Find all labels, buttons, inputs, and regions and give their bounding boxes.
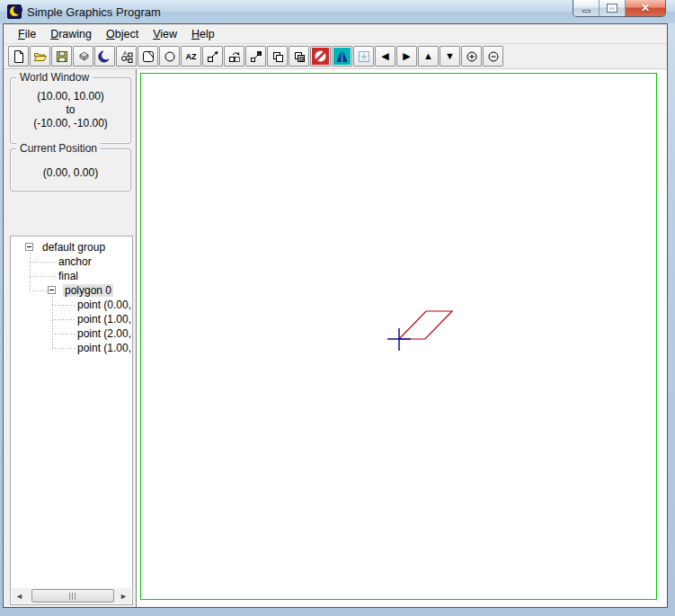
circle-icon [163,49,177,64]
delete-tool-button[interactable] [310,46,331,67]
scale-tool-button[interactable] [245,46,266,67]
tree-item-anchor[interactable]: anchor [57,255,93,268]
menu-object[interactable]: Object [99,26,146,42]
sidebar: World Window (10.00, 10.00) to (-10.00, … [4,69,137,607]
add-point-tool-button[interactable] [353,46,374,67]
scrollbar-grip-icon [69,593,76,600]
text-tool-icon: AZ [186,52,197,61]
current-position-value: (0.00, 0.00) [11,166,130,180]
scroll-left-arrow[interactable]: ◄ [12,588,27,603]
rotate-arrow-icon [227,49,242,64]
copy-tool-button[interactable] [267,46,288,67]
duplicate-squares-icon [292,49,306,64]
twin-triangles-icon [333,48,351,65]
tree-row[interactable]: polygon 0 [12,283,131,298]
object-tree: default group anchor final [10,236,133,605]
menu-drawing[interactable]: Drawing [43,26,99,42]
tree-row[interactable]: default group [12,240,131,254]
minimize-icon [582,10,591,13]
tree-row[interactable]: point (1.00, 1.00) [12,312,131,326]
tree-item-default-group[interactable]: default group [40,241,107,254]
polygon-page-tool-button[interactable] [138,46,158,67]
tree-item-polygon-0[interactable]: polygon 0 [63,284,113,297]
tree-item-point-0[interactable]: point (0.00, 0.00) [75,299,131,311]
menubar: File Drawing Object View Help [4,24,667,44]
scale-arrow-icon [249,49,263,64]
maximize-icon [608,4,617,12]
rotate-tool-button[interactable] [224,46,244,67]
save-floppy-icon [55,49,69,64]
tree-item-point-3[interactable]: point (1.00, 0.00) [75,342,131,354]
nav-down-button[interactable]: ▼ [440,46,460,67]
zoom-out-button[interactable] [483,46,503,67]
text-tool-button[interactable]: AZ [181,46,201,67]
minimize-button[interactable] [573,0,600,16]
page-outline-icon [141,49,155,64]
new-document-icon [12,49,26,64]
scrollbar-thumb[interactable] [31,589,114,603]
down-triangle-icon: ▼ [445,51,455,61]
tree-item-point-1[interactable]: point (1.00, 1.00) [75,313,131,326]
window-controls: ✕ [573,0,666,17]
drawing-canvas[interactable] [137,69,667,607]
collapse-icon[interactable] [25,243,33,251]
scroll-right-arrow[interactable]: ► [116,588,131,603]
tree-row[interactable]: point (2.00, 1.00) [12,326,131,341]
tree-connector [30,290,48,291]
client-area: File Drawing Object View Help [3,23,668,608]
tree-horizontal-scrollbar[interactable]: ◄ ► [12,588,131,603]
overlapping-squares-icon [271,49,285,64]
tree-row[interactable]: point (1.00, 0.00) [12,341,131,355]
app-logo-icon [7,4,22,19]
menu-view[interactable]: View [146,26,184,42]
world-window-from: (10.00, 10.00) [11,90,130,103]
tree-connector [52,348,75,349]
scrollbar-track[interactable] [27,588,116,603]
maximize-button[interactable] [600,0,626,16]
window-title: Simple Graphics Program [27,5,161,19]
app-window: Simple Graphics Program ✕ File Drawing O… [0,0,675,616]
crescent-icon [98,49,112,64]
up-triangle-icon: ▲ [423,51,433,61]
zoom-in-button[interactable] [461,46,482,67]
circle-squares-icon: A [120,49,134,64]
current-position-title: Current Position [16,142,101,155]
tree-row[interactable]: anchor [12,254,131,269]
main-body: World Window (10.00, 10.00) to (-10.00, … [4,69,667,607]
tree-row[interactable]: point (0.00, 0.00) [12,298,131,312]
tree-item-point-2[interactable]: point (2.00, 1.00) [75,327,131,340]
left-triangle-icon: ◀ [381,51,388,61]
new-document-button[interactable] [8,46,29,67]
nav-left-button[interactable]: ◀ [375,46,395,67]
plus-box-icon [357,49,371,64]
ellipse-tool-button[interactable] [159,46,180,67]
nav-up-button[interactable]: ▲ [418,46,439,67]
world-window-title: World Window [16,71,93,84]
canvas-shapes [137,69,667,607]
toolbar: A AZ [4,44,667,69]
move-tool-button[interactable] [202,46,223,67]
collapse-icon[interactable] [48,286,56,294]
open-file-button[interactable] [30,46,50,67]
menu-help[interactable]: Help [184,26,222,42]
save-file-button[interactable] [51,46,72,67]
tree-item-final[interactable]: final [57,270,80,282]
menu-file[interactable]: File [11,26,43,42]
nav-right-button[interactable]: ▶ [396,46,417,67]
world-window-groupbox: World Window (10.00, 10.00) to (-10.00, … [10,77,131,144]
close-button[interactable]: ✕ [626,0,665,16]
titlebar: Simple Graphics Program ✕ [0,0,675,23]
tree-row[interactable]: final [12,269,131,283]
flip-tool-button[interactable] [332,46,352,67]
node-diagram-tool-button[interactable]: A [116,46,137,67]
world-window-to: (-10.00, -10.00) [11,117,130,130]
crescent-tool-button[interactable] [94,46,115,67]
tree-content: default group anchor final [12,237,131,588]
tree-connector [30,276,55,277]
current-position-groupbox: Current Position (0.00, 0.00) [10,148,131,192]
zoom-out-icon [486,49,501,64]
duplicate-tool-button[interactable] [289,46,309,67]
position-cursor-icon [387,328,411,351]
tree-connector [52,305,75,306]
eraser-button[interactable] [73,46,93,67]
